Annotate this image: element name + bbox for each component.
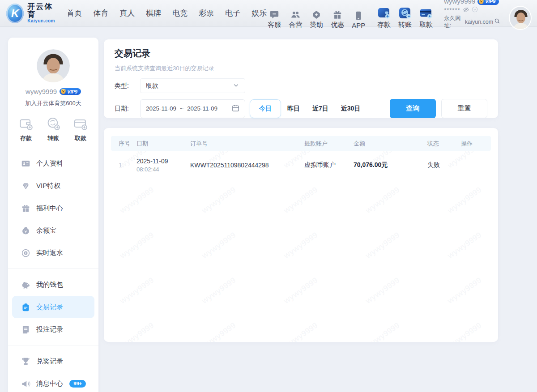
user-avatar[interactable]	[510, 7, 531, 29]
sidebar-item-yuebao[interactable]: 余额宝	[12, 219, 94, 242]
partners-label: 合营	[289, 21, 302, 29]
sidebar-item-rebate[interactable]: 实时返水	[12, 242, 94, 264]
url-search-icon[interactable]	[494, 18, 500, 26]
message-count-badge: 99+	[69, 380, 86, 388]
brand-logo-text: 开云体育 Kaiyun.com	[27, 3, 58, 23]
sponsor-button[interactable]: 赞助	[309, 8, 324, 29]
nav-link-lottery[interactable]: 彩票	[199, 8, 214, 18]
phone-icon	[354, 9, 363, 21]
profile-vip-badge: VIP9	[60, 88, 81, 95]
menu-group-wallet: 我的钱包 交易记录 投注记录	[8, 268, 98, 345]
cell-index: 1	[119, 162, 136, 169]
type-select[interactable]: 取款	[140, 78, 245, 93]
quick-range-group: 今日 昨日 近7日 近30日	[250, 99, 367, 118]
masked-balance: ******	[444, 7, 460, 14]
eye-off-icon[interactable]	[463, 6, 469, 15]
partners-button[interactable]: 合营	[288, 8, 303, 29]
brand-logo[interactable]: K 开云体育 Kaiyun.com	[6, 3, 58, 23]
column-header-action: 操作	[461, 140, 483, 148]
nav-link-entertainment[interactable]: 娱乐	[251, 8, 267, 18]
filter-card: 交易记录 当前系统支持查询最近30日的交易记录 类型: 取款 日期: 2025-…	[104, 39, 498, 118]
id-card-icon	[21, 159, 30, 168]
nav-link-sports[interactable]: 体育	[93, 8, 108, 18]
promotions-button[interactable]: 优惠	[330, 8, 345, 29]
brand-logo-icon: K	[6, 4, 24, 23]
megaphone-icon	[21, 379, 30, 388]
permanent-url-value: kaiyun.com	[465, 19, 493, 26]
nav-link-slots[interactable]: 电子	[225, 8, 240, 18]
range-7days-button[interactable]: 近7日	[306, 99, 335, 118]
range-30days-button[interactable]: 近30日	[335, 99, 367, 118]
refresh-balance-icon[interactable]	[472, 6, 478, 14]
rebate-target-icon	[21, 248, 30, 258]
sidebar-item-vip[interactable]: VIP特权	[12, 175, 94, 197]
vip-level-text: VIP9	[485, 0, 495, 4]
sidebar-item-message-center[interactable]: 消息中心 99+	[12, 372, 94, 392]
sidebar: wywy9999 VIP9 加入开云体育第600天 存款 转账	[8, 38, 98, 392]
column-header-amount: 金额	[354, 140, 427, 148]
type-select-value: 取款	[146, 82, 158, 90]
menu-group-misc: 兑奖记录 消息中心 99+	[8, 345, 98, 392]
sponsor-label: 赞助	[310, 21, 323, 29]
sidebar-transfer-button[interactable]: 转账	[46, 116, 60, 142]
deposit-wallet-icon	[19, 116, 33, 132]
withdraw-button[interactable]: 取款	[418, 8, 434, 29]
date-end-value: 2025-11-09	[187, 105, 217, 112]
nav-link-esports[interactable]: 电竞	[172, 8, 188, 18]
column-header-order-no: 订单号	[190, 140, 304, 148]
reset-button[interactable]: 重置	[441, 99, 487, 118]
page-subtitle: 当前系统支持查询最近30日的交易记录	[115, 64, 487, 72]
type-label: 类型:	[115, 82, 133, 90]
sidebar-item-my-wallet[interactable]: 我的钱包	[12, 273, 94, 296]
sidebar-item-prize-records[interactable]: 兑奖记录	[12, 350, 94, 372]
sidebar-item-bet-records[interactable]: 投注记录	[12, 318, 94, 341]
sidebar-deposit-label: 存款	[20, 134, 32, 142]
user-info-block: wywy9999 VIP9 ****** 永久网址:	[444, 0, 500, 29]
app-download-button[interactable]: APP	[351, 9, 366, 29]
partners-icon	[290, 8, 300, 20]
customer-service-label: 客服	[268, 21, 281, 29]
nav-link-live[interactable]: 真人	[119, 8, 135, 18]
money-bag-icon	[21, 226, 30, 235]
date-range-input[interactable]: 2025-11-09 ~ 2025-11-09	[140, 99, 245, 118]
search-button[interactable]: 查询	[390, 99, 436, 118]
username-text: wywy9999	[444, 0, 475, 6]
promotions-label: 优惠	[331, 21, 344, 29]
column-header-status: 状态	[427, 140, 461, 148]
sponsor-icon	[311, 8, 321, 20]
sidebar-item-label: 兑奖记录	[36, 357, 63, 366]
column-header-date: 日期	[136, 140, 190, 148]
sidebar-item-welfare[interactable]: 福利中心	[12, 197, 94, 219]
deposit-label: 存款	[377, 21, 391, 29]
deposit-button[interactable]: 存款	[376, 8, 392, 29]
deposit-icon	[377, 8, 391, 20]
sidebar-item-transaction-records[interactable]: 交易记录	[12, 296, 94, 318]
range-yesterday-button[interactable]: 昨日	[281, 99, 306, 118]
table-header-row: 序号 日期 订单号 提款账户 金额 状态 操作	[111, 136, 491, 151]
range-today-button[interactable]: 今日	[250, 99, 281, 118]
transfer-arrows-icon	[46, 116, 60, 132]
sidebar-item-profile[interactable]: 个人资料	[12, 152, 94, 175]
cell-order-no: KWWT20251109802444298	[190, 162, 304, 169]
sidebar-withdraw-button[interactable]: 取款	[73, 116, 88, 142]
transaction-doc-icon	[21, 303, 30, 312]
sidebar-item-label: 实时返水	[36, 249, 63, 257]
sidebar-item-label: 投注记录	[36, 325, 63, 334]
nav-link-home[interactable]: 首页	[67, 8, 82, 18]
sidebar-deposit-button[interactable]: 存款	[19, 116, 33, 142]
transfer-button[interactable]: 转账	[397, 8, 413, 29]
sidebar-item-label: 余额宝	[36, 226, 56, 235]
piggy-wallet-icon	[21, 280, 30, 290]
table-row: 1 2025-11-09 08:02:44 KWWT20251109802444…	[111, 151, 491, 179]
sidebar-menu: 个人资料 VIP特权 福利中心	[8, 148, 98, 392]
welfare-gift-icon	[21, 204, 30, 213]
permanent-url-label: 永久网址:	[444, 15, 464, 29]
nav-link-chess[interactable]: 棋牌	[146, 8, 161, 18]
transfer-icon	[398, 8, 412, 20]
calendar-icon	[232, 104, 239, 113]
sidebar-withdraw-label: 取款	[75, 134, 86, 142]
customer-service-icon	[269, 8, 279, 20]
vip-badge: VIP9	[477, 0, 499, 5]
customer-service-button[interactable]: 客服	[267, 8, 282, 29]
sidebar-item-label: 我的钱包	[36, 281, 63, 289]
